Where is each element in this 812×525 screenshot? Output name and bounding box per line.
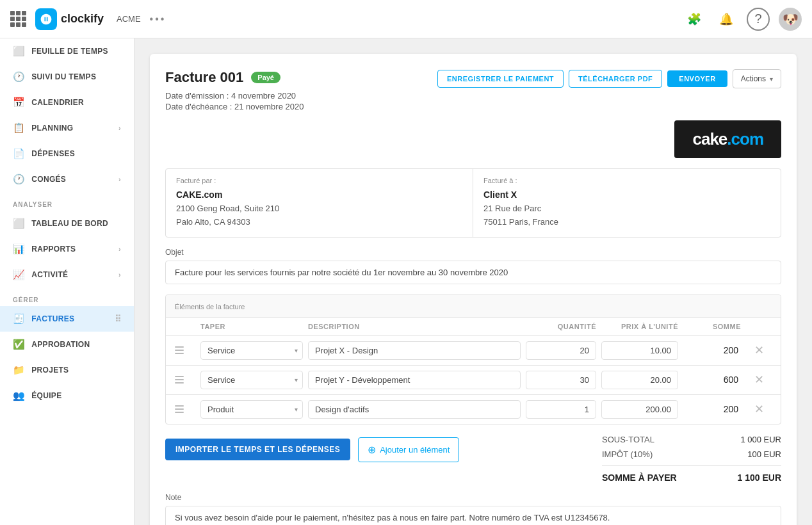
bell-icon[interactable]: 🔔 (715, 8, 738, 31)
item-type-select-2[interactable]: Service Produit (200, 371, 303, 389)
send-button[interactable]: ENVOYER (667, 70, 727, 87)
drag-handle-2[interactable] (175, 376, 195, 384)
billed-by-col: Facturé par : CAKE.com 2100 Geng Road, S… (166, 169, 473, 237)
item-delete-3[interactable]: ✕ (746, 402, 772, 416)
billed-to-col: Facturé à : Client X 21 Rue de Parc 7501… (473, 169, 781, 237)
sidebar-item-suivi-du-temps[interactable]: 🕐 SUIVI DU TEMPS (0, 64, 134, 90)
items-section-header: Éléments de la facture (166, 295, 781, 318)
actions-button[interactable]: Actions ▾ (733, 69, 781, 88)
note-label: Note (165, 493, 781, 502)
help-icon[interactable]: ? (747, 8, 770, 31)
grand-total-row: SOMME À PAYER 1 100 EUR (602, 465, 781, 483)
item-type-select-3[interactable]: Service Produit (200, 400, 303, 419)
col-somme: SOMME (683, 323, 741, 330)
sidebar-item-factures[interactable]: 🧾 FACTURES ⠿ (0, 306, 134, 332)
sidebar-item-feuille-de-temps[interactable]: ⬜ FEUILLE DE TEMPS (0, 38, 134, 64)
impot-label: IMPÔT (10%) (602, 449, 653, 459)
item-qty-1[interactable] (526, 341, 596, 360)
impot-row: IMPÔT (10%) 100 EUR (602, 449, 781, 459)
col-taper: TAPER (200, 323, 303, 330)
workspace-name: ACME (117, 14, 141, 24)
factures-drag-icon: ⠿ (115, 314, 121, 324)
activite-chevron-icon: › (118, 271, 121, 279)
item-qty-2[interactable] (526, 371, 596, 389)
conges-chevron-icon: › (118, 175, 121, 183)
feuille-icon: ⬜ (13, 45, 25, 57)
rapports-chevron-icon: › (118, 245, 121, 253)
item-price-1[interactable] (601, 341, 678, 360)
col-prix: PRIX À L'UNITÉ (601, 323, 678, 330)
topbar: clockify ACME ••• 🧩 🔔 ? 🐶 (0, 0, 812, 38)
billed-to-label: Facturé à : (483, 177, 770, 184)
add-item-label: Ajouter un élément (380, 445, 450, 455)
planning-chevron-icon: › (118, 124, 121, 132)
sidebar-section-analyser: ANALYSER (0, 192, 134, 211)
table-row: Service Produit ▾ 200 ✕ (166, 395, 781, 424)
depenses-icon: 📄 (13, 148, 25, 159)
drag-handle-1[interactable] (175, 346, 195, 354)
sidebar-item-projets[interactable]: 📁 PROJETS (0, 357, 134, 383)
object-input[interactable] (165, 261, 781, 284)
workspace-dots[interactable]: ••• (150, 13, 166, 25)
table-row: Service Produit ▾ 200 ✕ (166, 336, 781, 366)
item-sum-1: 200 (683, 345, 741, 355)
sidebar-item-planning[interactable]: 📋 PLANNING › (0, 115, 134, 141)
table-row: Service Produit ▾ 600 ✕ (166, 366, 781, 395)
equipe-icon: 👥 (13, 390, 25, 401)
item-qty-3[interactable] (526, 400, 596, 419)
add-item-button[interactable]: ⊕ Ajouter un élément (358, 437, 459, 462)
user-avatar[interactable]: 🐶 (779, 8, 802, 31)
company-logo: cake.com (674, 120, 781, 158)
billed-by-addr1: 2100 Geng Road, Suite 210 (176, 202, 462, 216)
download-pdf-button[interactable]: TÉLÉCHARGER PDF (569, 70, 662, 88)
sidebar-item-activite[interactable]: 📈 ACTIVITÉ › (0, 262, 134, 287)
items-section-label: Éléments de la facture (175, 303, 245, 311)
grand-total-label: SOMME À PAYER (602, 472, 677, 483)
item-type-select-1[interactable]: Service Produit (200, 341, 303, 360)
item-delete-1[interactable]: ✕ (746, 343, 772, 357)
drag-handle-3[interactable] (175, 405, 195, 413)
actions-chevron-icon: ▾ (770, 76, 773, 83)
item-price-2[interactable] (601, 371, 678, 389)
sidebar-item-conges[interactable]: 🕐 CONGÉS › (0, 166, 134, 192)
sidebar-item-approbation[interactable]: ✅ APPROBATION (0, 332, 134, 357)
logo: clockify (35, 8, 104, 30)
main-content: Facture 001 Payé ENREGISTRER LE PAIEMENT… (134, 38, 812, 525)
totals-section: SOUS-TOTAL 1 000 EUR IMPÔT (10%) 100 EUR… (602, 435, 781, 483)
billed-by-label: Facturé par : (176, 177, 462, 184)
invoice-action-buttons: ENREGISTRER LE PAIEMENT TÉLÉCHARGER PDF … (437, 69, 781, 88)
item-sum-3: 200 (683, 404, 741, 414)
sous-total-value: 1 000 EUR (740, 435, 781, 444)
item-sum-2: 600 (683, 375, 741, 385)
register-payment-button[interactable]: ENREGISTRER LE PAIEMENT (437, 70, 564, 88)
planning-icon: 📋 (13, 122, 25, 134)
item-description-3[interactable] (308, 400, 521, 419)
sidebar-item-equipe[interactable]: 👥 ÉQUIPE (0, 383, 134, 408)
bottom-section: IMPORTER LE TEMPS ET LES DÉPENSES ⊕ Ajou… (165, 435, 781, 483)
billed-by-addr2: Palo Alto, CA 94303 (176, 216, 462, 229)
sidebar: ⬜ FEUILLE DE TEMPS 🕐 SUIVI DU TEMPS 📅 CA… (0, 38, 134, 525)
grid-menu-icon[interactable] (10, 11, 26, 27)
calendrier-icon: 📅 (13, 97, 25, 108)
sidebar-item-calendrier[interactable]: 📅 CALENDRIER (0, 90, 134, 115)
item-description-2[interactable] (308, 371, 521, 389)
rapports-icon: 📊 (13, 243, 25, 255)
sidebar-item-depenses[interactable]: 📄 DÉPENSES (0, 141, 134, 166)
suivi-icon: 🕐 (13, 71, 25, 83)
sidebar-item-rapports[interactable]: 📊 RAPPORTS › (0, 236, 134, 262)
echeance-date: Date d'échéance : 21 novembre 2020 (165, 102, 781, 111)
item-price-3[interactable] (601, 400, 678, 419)
item-description-1[interactable] (308, 341, 521, 360)
activite-icon: 📈 (13, 269, 25, 280)
puzzle-icon[interactable]: 🧩 (683, 8, 706, 31)
factures-icon: 🧾 (13, 313, 25, 325)
import-time-button[interactable]: IMPORTER LE TEMPS ET LES DÉPENSES (165, 439, 350, 460)
emission-date: Date d'émission : 4 novembre 2020 (165, 91, 781, 101)
actions-label: Actions (741, 74, 766, 83)
note-textarea[interactable]: Si vous avez besoin d'aide pour le paiem… (165, 506, 781, 525)
sidebar-item-tableau-de-bord[interactable]: ⬜ TABLEAU DE BORD (0, 211, 134, 236)
object-label: Objet (165, 248, 781, 257)
bottom-left-actions: IMPORTER LE TEMPS ET LES DÉPENSES ⊕ Ajou… (165, 435, 459, 462)
item-delete-2[interactable]: ✕ (746, 373, 772, 387)
sidebar-section-gerer: GÉRER (0, 287, 134, 306)
